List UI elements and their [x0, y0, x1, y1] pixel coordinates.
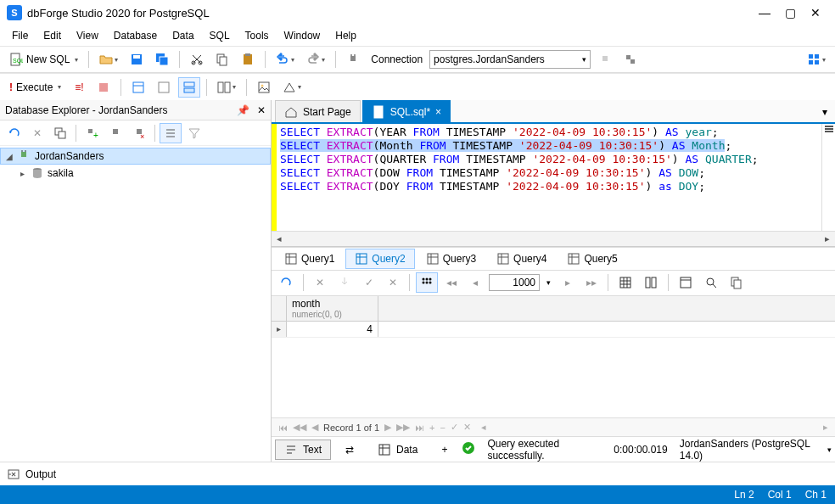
output-panel-header[interactable]: Output: [0, 462, 835, 485]
delete-button[interactable]: ✕: [27, 123, 48, 143]
card-view-button[interactable]: [640, 272, 662, 293]
refresh-button[interactable]: [3, 123, 25, 143]
minimize-button[interactable]: —: [752, 3, 777, 23]
connect-db-button[interactable]: [104, 123, 126, 143]
export-grid-button[interactable]: [333, 272, 356, 293]
cut-button[interactable]: [186, 49, 208, 70]
query-tab-1[interactable]: Query1: [275, 249, 344, 269]
query-tab-4[interactable]: Query4: [487, 249, 556, 269]
tree-database-node[interactable]: ▸ sakila: [0, 165, 271, 182]
execute-current-button[interactable]: ≡!: [69, 77, 89, 98]
auto-width-button[interactable]: [675, 272, 697, 293]
nav-next-page-button[interactable]: ▶▶: [396, 422, 410, 433]
toggle-results-button[interactable]: [178, 77, 200, 98]
editor-horizontal-scroll[interactable]: ◂▸: [272, 231, 835, 246]
connect-button[interactable]: [342, 49, 364, 70]
editor-code[interactable]: SELECT EXTRACT(YEAR FROM TIMESTAMP '2022…: [277, 124, 762, 231]
apply-button[interactable]: ✓: [359, 272, 379, 293]
nav-delete-button[interactable]: −: [440, 423, 445, 433]
close-button[interactable]: ✕: [803, 3, 828, 23]
nav-first-button[interactable]: ⏮: [278, 423, 288, 433]
panel-close-icon[interactable]: ✕: [257, 104, 266, 116]
show-all-button[interactable]: [160, 123, 182, 143]
query-tab-3[interactable]: Query3: [417, 249, 485, 269]
tab-close-icon[interactable]: ×: [435, 106, 441, 118]
paged-mode-button[interactable]: [416, 272, 438, 293]
grid-view-button[interactable]: [614, 272, 636, 293]
tab-start-page[interactable]: Start Page: [275, 100, 361, 122]
expand-icon[interactable]: ▸: [17, 169, 27, 178]
nav-cancel-button[interactable]: ✕: [463, 422, 471, 433]
sql-editor[interactable]: SELECT EXTRACT(YEAR FROM TIMESTAMP '2022…: [272, 124, 835, 231]
copy-button[interactable]: [211, 49, 233, 70]
maximize-button[interactable]: ▢: [777, 3, 803, 23]
nav-add-button[interactable]: +: [429, 423, 434, 433]
menu-data[interactable]: Data: [165, 27, 200, 44]
status-dropdown-icon[interactable]: ▾: [827, 445, 832, 454]
redo-button[interactable]: ▾: [302, 49, 329, 70]
menu-help[interactable]: Help: [328, 27, 363, 44]
tabs-overflow-button[interactable]: ▾: [815, 102, 835, 122]
query-profiler-button[interactable]: [153, 77, 175, 98]
copy-data-button[interactable]: [726, 272, 748, 293]
options-button[interactable]: ▾: [278, 77, 305, 98]
new-connection-button[interactable]: +: [81, 123, 103, 143]
page-prev-button[interactable]: ◂: [465, 272, 485, 293]
nav-prev-page-button[interactable]: ◀◀: [293, 422, 306, 433]
data-view-tab[interactable]: Data: [368, 440, 427, 460]
connection-dropdown[interactable]: postgres.JordanSanders ▾: [429, 50, 591, 69]
layout-button[interactable]: ▾: [213, 77, 240, 98]
execute-button[interactable]: ! Execute▾: [5, 77, 65, 98]
result-grid[interactable]: month numeric(0, 0) ▸ 4: [272, 296, 835, 418]
save-button[interactable]: [126, 49, 148, 70]
disconnect-button[interactable]: [594, 49, 616, 70]
menu-sql[interactable]: SQL: [203, 27, 237, 44]
explorer-tree[interactable]: ◢ JordanSanders ▸ sakila: [0, 146, 271, 462]
disconnect-db-button[interactable]: ×: [128, 123, 150, 143]
tab-sql-file[interactable]: SQL.sql* ×: [362, 100, 451, 122]
grid-cell[interactable]: 4: [287, 322, 378, 337]
add-view-tab[interactable]: +: [432, 440, 457, 460]
cancel-edit-button[interactable]: ✕: [310, 272, 330, 293]
menu-view[interactable]: View: [70, 27, 105, 44]
start-page-button[interactable]: ▾: [803, 49, 830, 70]
undo-button[interactable]: ▾: [272, 49, 299, 70]
menu-edit[interactable]: Edit: [36, 27, 68, 44]
page-last-button[interactable]: ▸▸: [581, 272, 602, 293]
new-window-button[interactable]: [49, 123, 71, 143]
expand-icon[interactable]: ◢: [4, 152, 14, 161]
save-all-button[interactable]: [151, 49, 173, 70]
paste-button[interactable]: [237, 49, 259, 70]
page-first-button[interactable]: ◂◂: [441, 272, 462, 293]
page-next-button[interactable]: ▸: [558, 272, 578, 293]
open-button[interactable]: ▾: [95, 49, 122, 70]
grid-column-header[interactable]: month numeric(0, 0): [287, 296, 378, 321]
nav-prev-button[interactable]: ◀: [311, 422, 318, 433]
nav-last-button[interactable]: ⏭: [415, 423, 424, 433]
menu-database[interactable]: Database: [107, 27, 164, 44]
disconnect-all-button[interactable]: [619, 49, 642, 70]
cancel-button[interactable]: ✕: [383, 272, 403, 293]
menu-tools[interactable]: Tools: [238, 27, 276, 44]
swap-view-tab[interactable]: ⇄: [336, 440, 363, 460]
new-sql-button[interactable]: SQL New SQL▾: [5, 49, 82, 70]
tree-connection-node[interactable]: ◢ JordanSanders: [0, 148, 271, 165]
nav-scroll-right[interactable]: ▸: [823, 422, 828, 433]
pin-icon[interactable]: 📌: [237, 104, 249, 116]
page-size-input[interactable]: 1000: [489, 274, 540, 291]
export-button[interactable]: [253, 77, 275, 98]
stop-button[interactable]: [92, 77, 115, 98]
menu-window[interactable]: Window: [277, 27, 328, 44]
find-button[interactable]: [700, 272, 722, 293]
query-tab-2[interactable]: Query2: [345, 249, 414, 269]
menu-file[interactable]: File: [5, 27, 35, 44]
nav-apply-button[interactable]: ✓: [451, 422, 458, 433]
editor-scrollbar[interactable]: [821, 124, 835, 231]
grid-row[interactable]: ▸ 4: [272, 322, 835, 338]
query-tab-5[interactable]: Query5: [558, 249, 626, 269]
text-view-tab[interactable]: Text: [275, 440, 331, 460]
chevron-down-icon[interactable]: ▾: [543, 278, 554, 287]
refresh-grid-button[interactable]: [275, 272, 297, 293]
query-builder-button[interactable]: [127, 77, 149, 98]
nav-scroll-left[interactable]: ◂: [481, 422, 486, 433]
